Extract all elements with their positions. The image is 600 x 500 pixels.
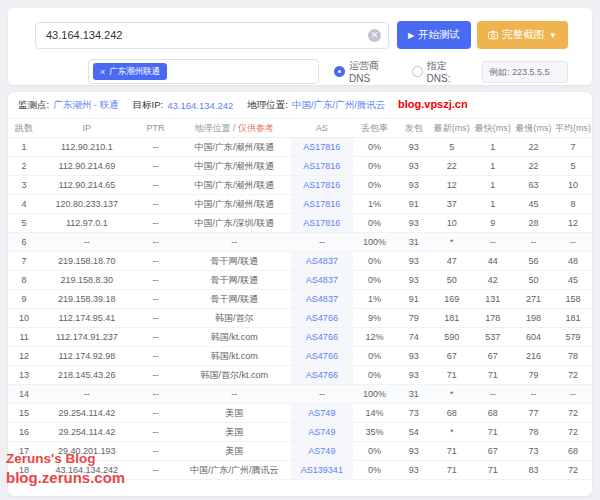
cell-fastest: 67 — [472, 347, 513, 366]
operator-dns-radio[interactable] — [334, 66, 345, 77]
cell-slowest: 79 — [513, 366, 554, 385]
as-link[interactable]: AS749 — [308, 408, 335, 418]
cell-ptr: -- — [134, 423, 178, 442]
toolbar-row-2: × 广东潮州联通 运营商DNS 指定DNS: — [35, 59, 568, 84]
cell-avg: 72 — [554, 366, 592, 385]
cell-slowest: 216 — [513, 347, 554, 366]
column-header: PTR — [134, 119, 178, 138]
cell-sent: 91 — [396, 195, 431, 214]
custom-dns-radio[interactable] — [412, 66, 423, 77]
as-link[interactable]: AS749 — [308, 446, 335, 456]
cell-slowest: 28 — [513, 214, 554, 233]
column-header: 发包 — [396, 119, 431, 138]
cell-ip: 112.174.95.41 — [40, 309, 133, 328]
as-link[interactable]: AS4766 — [306, 370, 338, 380]
table-row: 1729.40.201.193--美国AS7490%9371677368 — [8, 442, 592, 461]
cell-sent: 73 — [396, 404, 431, 423]
cell-hop: 3 — [8, 176, 40, 195]
table-row: 6--------100%31*------ — [8, 233, 592, 252]
as-link[interactable]: AS4766 — [306, 351, 338, 361]
cell-geo: 韩国/kt.com — [177, 328, 291, 347]
as-link[interactable]: AS139341 — [301, 465, 343, 475]
cell-ip: 112.90.214.65 — [40, 176, 133, 195]
cell-slowest: 604 — [513, 328, 554, 347]
cell-loss: 0% — [353, 157, 397, 176]
column-header: 平均(ms) — [554, 119, 592, 138]
table-row: 2112.90.214.69--中国/广东/潮州/联通AS178160%9322… — [8, 157, 592, 176]
as-link[interactable]: AS4837 — [306, 256, 338, 266]
cell-fastest: 67 — [472, 442, 513, 461]
cell-latest: 68 — [431, 404, 472, 423]
custom-dns-input[interactable] — [482, 61, 568, 83]
cell-ptr: -- — [134, 176, 178, 195]
camera-icon — [488, 30, 498, 40]
cell-ptr: -- — [134, 328, 178, 347]
table-row: 3112.90.214.65--中国/广东/潮州/联通AS178160%9312… — [8, 176, 592, 195]
as-link[interactable]: AS749 — [308, 427, 335, 437]
as-link[interactable]: AS4766 — [306, 313, 338, 323]
cell-latest: 181 — [431, 309, 472, 328]
cell-hop: 6 — [8, 233, 40, 252]
as-link[interactable]: AS17816 — [303, 161, 340, 171]
cell-loss: 100% — [353, 385, 397, 404]
column-header: 最新(ms) — [431, 119, 472, 138]
cell-as: AS17816 — [291, 214, 352, 233]
cell-fastest: 131 — [472, 290, 513, 309]
cell-sent: 54 — [396, 423, 431, 442]
cell-loss: 0% — [353, 138, 397, 157]
as-link[interactable]: AS4837 — [306, 275, 338, 285]
as-link[interactable]: AS4837 — [306, 294, 338, 304]
screenshot-button[interactable]: 完整截图 ▼ — [477, 21, 568, 49]
cell-as: -- — [291, 385, 352, 404]
cell-geo: 韩国/首尔 — [177, 309, 291, 328]
cell-as: AS749 — [291, 423, 352, 442]
as-link[interactable]: AS17816 — [303, 218, 340, 228]
cell-sent: 31 — [396, 385, 431, 404]
cell-sent: 93 — [396, 214, 431, 233]
geo-value: 中国/广东/广州/腾讯云 — [292, 99, 385, 112]
cell-ip: 112.97.0.1 — [40, 214, 133, 233]
cell-slowest: 50 — [513, 271, 554, 290]
cell-as: AS17816 — [291, 138, 352, 157]
start-test-button[interactable]: ▶ 开始测试 — [397, 21, 471, 49]
cell-loss: 14% — [353, 404, 397, 423]
column-header: IP — [40, 119, 133, 138]
cell-fastest: 1 — [472, 157, 513, 176]
tag-close-icon[interactable]: × — [100, 67, 105, 77]
cell-avg: 12 — [554, 214, 592, 233]
cell-ip: 218.145.43.26 — [40, 366, 133, 385]
cell-latest: 47 — [431, 252, 472, 271]
cell-avg: 10 — [554, 176, 592, 195]
as-link[interactable]: AS17816 — [303, 199, 340, 209]
cell-fastest: 1 — [472, 195, 513, 214]
table-row: 12112.174.92.98--韩国/kt.comAS47660%936767… — [8, 347, 592, 366]
cell-latest: 67 — [431, 347, 472, 366]
column-header: 跳数 — [8, 119, 40, 138]
column-header: 最慢(ms) — [513, 119, 554, 138]
table-row: 14--------100%31*------ — [8, 385, 592, 404]
start-test-label: 开始测试 — [418, 28, 460, 42]
trace-table: 跳数IPPTR地理位置 / 仅供参考AS丢包率发包最新(ms)最快(ms)最慢(… — [8, 118, 592, 480]
as-link[interactable]: AS17816 — [303, 180, 340, 190]
cell-geo: 韩国/首尔/kt.com — [177, 366, 291, 385]
cell-ip: 43.164.134.242 — [40, 461, 133, 480]
cell-hop: 9 — [8, 290, 40, 309]
play-icon: ▶ — [408, 31, 414, 40]
cell-as: AS4766 — [291, 328, 352, 347]
cell-ptr: -- — [134, 442, 178, 461]
cell-as: AS4837 — [291, 252, 352, 271]
node-tag-box[interactable]: × 广东潮州联通 — [88, 59, 319, 84]
cell-ip: 29.40.201.193 — [40, 442, 133, 461]
target-ip-label: 目标IP: — [133, 99, 164, 112]
cell-latest: 50 — [431, 271, 472, 290]
target-input[interactable] — [35, 22, 389, 49]
as-link[interactable]: AS4766 — [306, 332, 338, 342]
clear-icon[interactable]: ✕ — [368, 29, 381, 42]
cell-hop: 13 — [8, 366, 40, 385]
site-link[interactable]: blog.vpszj.cn — [398, 98, 468, 110]
cell-slowest: 77 — [513, 404, 554, 423]
as-link[interactable]: AS17816 — [303, 142, 340, 152]
column-header: 丢包率 — [353, 119, 397, 138]
toolbar-row-1: ✕ ▶ 开始测试 完整截图 ▼ — [8, 8, 592, 49]
cell-avg: 181 — [554, 309, 592, 328]
